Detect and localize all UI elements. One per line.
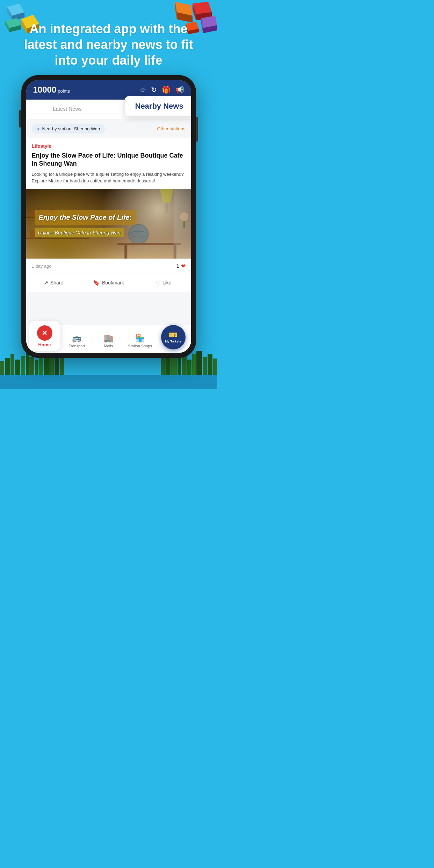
header-icons: ☆ ↻ 🎁 📢	[140, 86, 184, 94]
svg-rect-61	[203, 357, 207, 375]
news-card: Lifestyle Enjoy the Slow Pace of Life: U…	[26, 138, 191, 292]
news-category: Lifestyle	[32, 143, 186, 149]
ticket-icon: 🎫	[169, 331, 178, 339]
station-badge-text: Nearby station: Sheung Wan	[42, 126, 100, 131]
news-summary: Looking for a unique place with a quiet …	[32, 171, 186, 185]
location-icon: ➤	[37, 126, 40, 131]
svg-rect-41	[5, 358, 10, 375]
nav-item-home[interactable]: ✕ Home	[29, 321, 60, 351]
svg-rect-43	[15, 360, 20, 375]
malls-label: Malls	[104, 344, 113, 348]
nav-item-malls[interactable]: 🏬 Malls	[93, 334, 124, 348]
content-area: ➤ Nearby station: Sheung Wan Other stati…	[26, 119, 191, 325]
svg-rect-28	[30, 230, 35, 238]
city-skyline	[0, 361, 217, 389]
news-image-subtitle: Unique Boutique Cafe in Sheung Wan	[35, 228, 124, 237]
station-shops-icon: 🏪	[135, 334, 145, 343]
action-bar: ↗ Share 🔖 Bookmark ♡ Like	[26, 274, 191, 292]
tab-latest-news[interactable]: Latest News	[26, 100, 109, 119]
hero-section: An integrated app with the latest and ne…	[0, 0, 217, 75]
phone-outer-shell: 10000 points ☆ ↻ 🎁 📢 Latest News	[21, 75, 196, 358]
hero-title: An integrated app with the latest and ne…	[14, 21, 203, 68]
transport-icon: 🚌	[72, 334, 81, 343]
like-count: 1 ❤	[176, 263, 186, 269]
svg-rect-46	[29, 357, 34, 375]
station-badge[interactable]: ➤ Nearby station: Sheung Wan	[32, 124, 105, 133]
bookmark-button[interactable]: 🔖 Bookmark	[81, 277, 136, 288]
bookmark-icon: 🔖	[93, 280, 100, 286]
transport-label: Transport	[68, 344, 85, 348]
nearby-news-tooltip: Nearby News	[125, 96, 191, 116]
bottom-nav: ✕ Home 🚌 Transport 🏬 Malls 🏪 Sta	[26, 325, 191, 353]
like-icon: ♡	[155, 280, 160, 286]
news-image: Enjoy the Slow Pace of Life: Unique Bout…	[26, 189, 191, 259]
station-shops-label: Station Shops	[128, 344, 152, 348]
news-title[interactable]: Enjoy the Slow Pace of Life: Unique Bout…	[32, 152, 186, 168]
my-tickets-fab[interactable]: 🎫 My Tickets	[161, 325, 186, 349]
next-card-placeholder	[26, 292, 191, 320]
svg-rect-63	[213, 359, 217, 375]
share-button[interactable]: ↗ Share	[26, 277, 81, 288]
svg-rect-40	[0, 361, 4, 375]
svg-rect-55	[171, 357, 177, 375]
points-display: 10000 points	[33, 85, 70, 95]
svg-rect-22	[26, 238, 89, 239]
tabs-container: Latest News Nearby News Nearby News	[26, 100, 191, 119]
gift-icon[interactable]: 🎁	[162, 86, 171, 94]
water-area	[0, 375, 217, 389]
svg-rect-39	[183, 221, 185, 228]
svg-rect-23	[30, 210, 35, 217]
share-icon: ↗	[44, 280, 48, 286]
card-footer: 1 day ago 1 ❤	[26, 259, 191, 274]
svg-rect-52	[60, 356, 64, 375]
svg-rect-44	[21, 356, 25, 375]
bookmark-label: Bookmark	[102, 280, 124, 285]
star-icon[interactable]: ☆	[140, 86, 146, 94]
heart-icon: ❤	[181, 263, 186, 269]
nearby-news-tooltip-text: Nearby News	[135, 102, 183, 110]
like-label: Like	[162, 280, 172, 285]
phone-mockup: 10000 points ☆ ↻ 🎁 📢 Latest News	[0, 75, 217, 358]
refresh-icon[interactable]: ↻	[151, 86, 157, 94]
home-icon: ✕	[37, 325, 52, 341]
nav-item-station-shops[interactable]: 🏪 Station Shops	[124, 334, 156, 348]
news-image-title: Enjoy the Slow Pace of Life:	[35, 210, 136, 225]
points-label: points	[58, 88, 70, 94]
svg-rect-49	[44, 358, 50, 375]
svg-rect-53	[161, 358, 166, 375]
phone-screen: 10000 points ☆ ↻ 🎁 📢 Latest News	[26, 80, 191, 353]
share-label: Share	[50, 280, 63, 285]
nav-item-transport[interactable]: 🚌 Transport	[61, 334, 93, 348]
home-label: Home	[38, 342, 51, 347]
svg-marker-35	[159, 189, 173, 203]
svg-rect-57	[182, 356, 187, 375]
svg-rect-32	[117, 243, 181, 245]
like-button[interactable]: ♡ Like	[136, 277, 191, 288]
news-card-content: Lifestyle Enjoy the Slow Pace of Life: U…	[26, 138, 191, 185]
svg-rect-47	[35, 360, 38, 375]
points-number: 10000	[33, 85, 57, 95]
fab-label: My Tickets	[165, 340, 181, 343]
svg-rect-33	[124, 245, 127, 259]
malls-icon: 🏬	[104, 334, 113, 343]
like-number: 1	[176, 263, 179, 269]
time-ago: 1 day ago	[32, 263, 52, 269]
svg-rect-58	[187, 360, 191, 375]
notification-icon[interactable]: 📢	[175, 86, 184, 94]
other-stations-link[interactable]: Other stations	[157, 126, 186, 131]
station-row: ➤ Nearby station: Sheung Wan Other stati…	[26, 124, 191, 138]
